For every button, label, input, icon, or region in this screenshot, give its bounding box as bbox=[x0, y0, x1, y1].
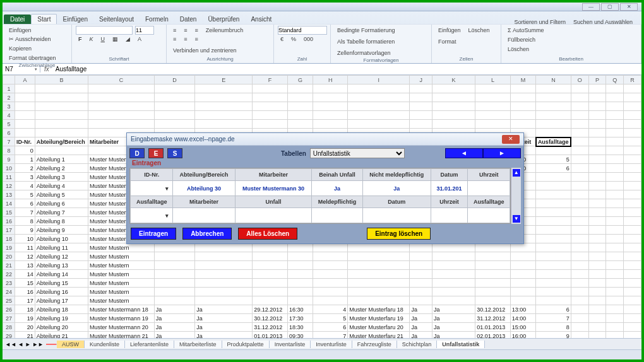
table-format-button[interactable]: Als Tabelle formatieren bbox=[335, 37, 397, 46]
row-header[interactable]: 29 bbox=[3, 332, 15, 339]
col-header[interactable]: K bbox=[432, 76, 475, 85]
row-header[interactable]: 27 bbox=[3, 314, 15, 323]
sheet-tab[interactable] bbox=[46, 344, 57, 345]
dialog-scrollbar[interactable]: ▲ ▼ bbox=[511, 168, 521, 224]
tab-insert[interactable]: Einfügen bbox=[57, 15, 93, 24]
row-header[interactable]: 6 bbox=[3, 129, 15, 137]
cell-styles-button[interactable]: Zellenformatvorlagen bbox=[335, 49, 393, 57]
row-header[interactable]: 12 bbox=[3, 182, 15, 190]
underline-button[interactable]: U bbox=[98, 35, 108, 44]
format-cells-button[interactable]: Format bbox=[436, 37, 459, 46]
bold-button[interactable]: F bbox=[76, 35, 85, 44]
row-header[interactable]: 20 bbox=[3, 252, 15, 261]
col-header[interactable]: Q bbox=[606, 76, 624, 85]
alles-loeschen-button[interactable]: Alles Löschen bbox=[238, 228, 297, 240]
s-button[interactable]: S bbox=[167, 148, 182, 158]
sheet-tab[interactable]: Lieferantenliste bbox=[125, 341, 174, 348]
cut-button[interactable]: ✂ Ausschneiden bbox=[6, 35, 54, 44]
col-header[interactable]: L bbox=[475, 76, 511, 85]
sheet-tab[interactable]: Schichtplan bbox=[397, 341, 438, 348]
col-header[interactable]: P bbox=[588, 76, 606, 85]
col-header[interactable]: A bbox=[15, 76, 35, 85]
row-header[interactable]: 22 bbox=[3, 270, 15, 279]
col-header[interactable]: N bbox=[536, 76, 571, 85]
tab-formulas[interactable]: Formeln bbox=[140, 15, 174, 24]
align-mid-icon[interactable]: ≡ bbox=[181, 26, 189, 35]
sort-filter-button[interactable]: Sortieren und Filtern bbox=[511, 18, 568, 26]
row-header[interactable]: 8 bbox=[3, 146, 15, 155]
scroll-up-icon[interactable]: ▲ bbox=[513, 169, 520, 177]
row-header[interactable]: 23 bbox=[3, 279, 15, 288]
form-input[interactable]: Abteilung 30 bbox=[173, 181, 235, 196]
italic-button[interactable]: K bbox=[87, 35, 96, 44]
row-header[interactable]: 26 bbox=[3, 305, 15, 314]
align-center-icon[interactable]: ≡ bbox=[181, 35, 189, 44]
form-input[interactable]: Muster Mustermann 30 bbox=[235, 181, 311, 196]
tab-start[interactable]: Start bbox=[31, 14, 57, 24]
comma-icon[interactable]: 000 bbox=[301, 35, 316, 44]
merge-button[interactable]: Verbinden und zentrieren bbox=[170, 46, 239, 55]
col-header[interactable]: I bbox=[348, 76, 410, 85]
align-top-icon[interactable]: ≡ bbox=[170, 26, 179, 35]
col-header[interactable]: B bbox=[35, 76, 88, 85]
row-header[interactable]: 11 bbox=[3, 173, 15, 182]
fx-icon[interactable]: fx bbox=[40, 66, 53, 73]
cond-format-button[interactable]: Bedingte Formatierung bbox=[335, 26, 398, 35]
align-bot-icon[interactable]: ≡ bbox=[193, 26, 201, 35]
tab-view[interactable]: Ansicht bbox=[245, 15, 277, 24]
minimize-button[interactable]: — bbox=[582, 3, 600, 11]
format-painter-button[interactable]: Format übertragen bbox=[6, 54, 59, 62]
form-input[interactable]: ▾ bbox=[131, 208, 173, 223]
form-input[interactable] bbox=[468, 208, 510, 223]
form-input[interactable] bbox=[468, 181, 510, 196]
col-header[interactable]: D bbox=[154, 76, 194, 85]
col-header[interactable] bbox=[3, 76, 15, 85]
row-header[interactable]: 24 bbox=[3, 288, 15, 296]
dialog-titlebar[interactable]: Eingabemaske www.excel--npage.de ✕ bbox=[127, 133, 523, 146]
eintrag-loeschen-button[interactable]: Eintrag löschen bbox=[367, 228, 431, 240]
border-button[interactable]: ▦ bbox=[110, 35, 121, 44]
abbrechen-button[interactable]: Abbrechen bbox=[182, 228, 232, 240]
e-button[interactable]: E bbox=[148, 148, 164, 158]
col-header[interactable]: H bbox=[313, 76, 348, 85]
tab-data[interactable]: Daten bbox=[174, 15, 203, 24]
col-header[interactable]: M bbox=[510, 76, 536, 85]
header-cell[interactable]: Ausfalltage bbox=[536, 137, 571, 146]
number-format-combo[interactable] bbox=[278, 26, 327, 35]
col-header[interactable]: G bbox=[287, 76, 313, 85]
sheet-tab[interactable]: Unfallstatistik bbox=[437, 341, 485, 348]
row-header[interactable]: 17 bbox=[3, 226, 15, 235]
autosum-button[interactable]: Σ AutoSumme bbox=[505, 26, 547, 35]
col-header[interactable]: E bbox=[195, 76, 253, 85]
row-header[interactable]: 3 bbox=[3, 102, 15, 111]
row-header[interactable]: 16 bbox=[3, 217, 15, 226]
row-header[interactable]: 13 bbox=[3, 190, 15, 199]
col-header[interactable]: R bbox=[624, 76, 641, 85]
insert-cells-button[interactable]: Einfügen bbox=[436, 26, 463, 35]
row-header[interactable]: 25 bbox=[3, 296, 15, 305]
form-input[interactable]: Ja bbox=[312, 181, 362, 196]
tab-pagelayout[interactable]: Seitenlayout bbox=[93, 15, 140, 24]
col-header[interactable]: O bbox=[571, 76, 588, 85]
clear-button[interactable]: Löschen bbox=[505, 45, 532, 54]
nav-next-button[interactable]: ► bbox=[483, 148, 521, 158]
row-header[interactable]: 19 bbox=[3, 243, 15, 252]
name-box[interactable]: N7 bbox=[3, 66, 40, 73]
tab-review[interactable]: Überprüfen bbox=[202, 15, 245, 24]
font-size-combo[interactable] bbox=[135, 26, 154, 35]
currency-icon[interactable]: € bbox=[278, 35, 286, 44]
form-input[interactable] bbox=[431, 208, 467, 223]
form-input[interactable]: ▾ bbox=[131, 181, 173, 196]
form-input[interactable]: 31.01.201 bbox=[431, 181, 467, 196]
row-header[interactable]: 15 bbox=[3, 208, 15, 217]
form-input[interactable] bbox=[173, 208, 235, 223]
eintragen-button[interactable]: Eintragen bbox=[131, 228, 176, 240]
sheet-tab[interactable]: Produktpalette bbox=[222, 341, 270, 348]
row-header[interactable]: 9 bbox=[3, 155, 15, 164]
close-button[interactable]: ✕ bbox=[620, 3, 638, 11]
col-header[interactable]: C bbox=[88, 76, 155, 85]
formula-input[interactable]: Ausfalltage bbox=[53, 66, 641, 73]
form-input[interactable] bbox=[235, 208, 311, 223]
align-left-icon[interactable]: ≡ bbox=[170, 35, 179, 44]
form-input[interactable] bbox=[362, 208, 431, 223]
